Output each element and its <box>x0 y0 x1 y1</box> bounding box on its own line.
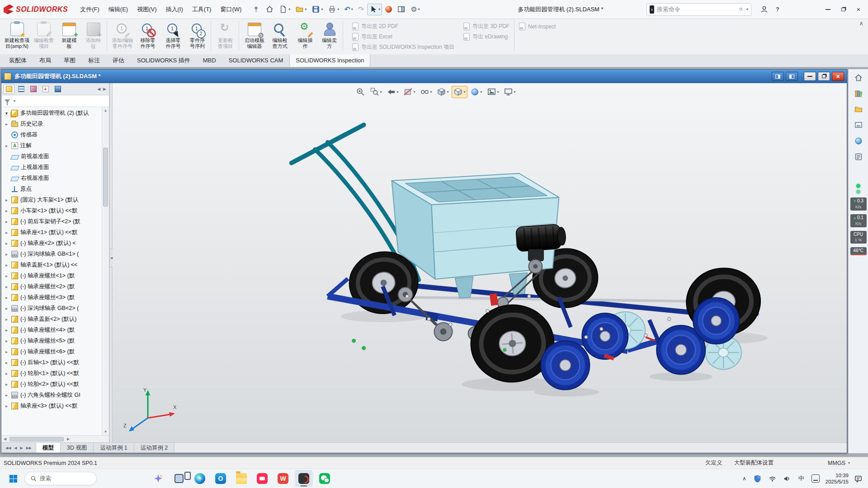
scroll-right-icon[interactable]: ▶ <box>65 437 72 441</box>
expand-arrow-icon[interactable] <box>4 338 9 343</box>
open-icon[interactable]: ▾ <box>293 4 308 15</box>
expand-arrow-icon[interactable] <box>4 295 9 300</box>
featuremanager-tab[interactable] <box>3 84 14 94</box>
tree-horizontal-scrollbar[interactable]: ◀ ▶ <box>1 435 109 442</box>
ribbon-tab[interactable]: MBD <box>197 54 222 67</box>
ribbon-tab[interactable]: 草图 <box>57 54 82 67</box>
document-title-bar[interactable]: 多功能田园管理机 (2).SLDASM * × <box>1 70 847 83</box>
undo-icon[interactable]: ↶▾ <box>342 4 354 15</box>
expand-arrow-icon[interactable] <box>4 393 9 398</box>
ribbon-button[interactable]: 编辑检 查方式 <box>267 21 292 51</box>
tab-scroll-next-icon[interactable]: ▶ <box>19 445 24 451</box>
taskbar-search[interactable] <box>24 472 97 485</box>
help-icon[interactable]: ? <box>772 6 783 13</box>
ribbon-tab[interactable]: SOLIDWORKS CAM <box>222 54 290 67</box>
menu-item[interactable]: 插入(I) <box>162 3 187 16</box>
tree-item[interactable]: 上视基准面 <box>1 162 102 173</box>
tree-item[interactable]: 轴承座<3> (默认) <<默 <box>1 400 102 411</box>
tree-item[interactable]: (-) 后轴<1> (默认) <<默 <box>1 357 102 368</box>
ribbon-button[interactable]: 添加特 征 <box>82 21 107 51</box>
home-icon[interactable] <box>264 4 276 15</box>
viewport-3d[interactable]: ▾ ▾ ▾ ▾ ▾ ▾ ▾ ▾ ▾ <box>113 83 847 442</box>
status-assembly-mode[interactable]: 大型装配体设置 <box>734 459 774 467</box>
ribbon-export-item[interactable]: 导出至 2D PDF <box>352 22 454 31</box>
doc-minimize-button[interactable] <box>804 72 816 81</box>
expand-arrow-icon[interactable] <box>4 382 9 387</box>
tab-nav-right-icon[interactable]: ▶ <box>102 86 107 92</box>
ribbon-export-item[interactable]: 导出 eDrawing <box>463 33 509 41</box>
tree-item[interactable]: (-) 前后车架销子<2> (默 <box>1 216 102 227</box>
tree-item[interactable]: (-) 轴承座螺丝<5> (默 <box>1 335 102 346</box>
tree-item[interactable]: (-) 轴承座螺丝<6> (默 <box>1 346 102 357</box>
select-icon[interactable]: ▾ <box>367 4 382 15</box>
ribbon-button[interactable]: 编辑卖 方 <box>318 21 343 51</box>
ribbon-tab[interactable]: 布局 <box>33 54 57 67</box>
start-button[interactable] <box>5 470 22 487</box>
tree-item[interactable]: 前视基准面 <box>1 151 102 162</box>
taskbar-clock[interactable]: 10:39 2025/5/15 <box>826 472 849 485</box>
tree-item[interactable]: (-) 六角头螺栓全螺纹 GI <box>1 389 102 400</box>
view-settings-icon[interactable]: ▾ <box>502 86 518 98</box>
notifications-icon[interactable] <box>853 474 863 484</box>
volume-icon[interactable] <box>782 474 793 484</box>
design-library-icon[interactable] <box>852 88 865 99</box>
expand-arrow-icon[interactable] <box>4 317 9 322</box>
expand-arrow-icon[interactable] <box>4 252 9 257</box>
ribbon-export-item[interactable]: 导出至 Excel <box>352 33 454 41</box>
task-view-icon[interactable] <box>170 470 188 487</box>
pane-right-button[interactable] <box>786 72 798 81</box>
scroll-up-icon[interactable]: ▲ <box>102 107 109 114</box>
command-search[interactable]: › ▾ <box>646 3 751 16</box>
configurationmanager-tab[interactable] <box>28 84 39 94</box>
expand-arrow-icon[interactable] <box>4 122 9 127</box>
zoom-fit-icon[interactable] <box>354 86 367 98</box>
tree-item[interactable]: (-) 轮胎<1> (默认) <<默 <box>1 368 102 379</box>
pin-icon[interactable] <box>250 4 262 15</box>
pane-left-button[interactable] <box>772 72 784 81</box>
ribbon-button[interactable]: 更新检 查项目 <box>214 21 239 51</box>
document-tab[interactable]: 3D 视图 <box>61 443 94 453</box>
propertymanager-tab[interactable] <box>15 84 27 94</box>
solidworks-taskbar-icon[interactable] <box>295 470 313 487</box>
file-explorer-icon[interactable] <box>232 470 250 487</box>
tray-overflow-icon[interactable]: ∧ <box>741 474 748 483</box>
view-orientation-icon[interactable]: ▾ <box>452 86 467 98</box>
dimxpertmanager-tab[interactable]: + <box>40 84 51 94</box>
ribbon-tab[interactable]: SOLIDWORKS 插件 <box>131 54 197 67</box>
expand-arrow-icon[interactable] <box>4 197 9 202</box>
copilot-icon[interactable] <box>149 470 167 487</box>
minimize-button[interactable] <box>821 4 835 15</box>
search-caret-icon[interactable]: ▾ <box>746 7 748 11</box>
tree-item[interactable]: (-) 轴承座螺丝<3> (默 <box>1 292 102 303</box>
redo-icon[interactable]: ↷ <box>356 4 366 15</box>
save-icon[interactable]: ▾ <box>310 4 325 15</box>
view-palette-icon[interactable] <box>852 119 865 131</box>
menu-item[interactable]: 工具(T) <box>188 3 216 16</box>
apply-scene-icon[interactable]: ▾ <box>485 86 501 98</box>
ribbon-tab[interactable]: 标注 <box>82 54 106 67</box>
ribbon-button[interactable]: 移除零 件序号 <box>135 21 160 51</box>
document-tab[interactable]: 运动算例 1 <box>94 443 134 453</box>
ribbon-tab[interactable]: 装配体 <box>3 54 33 67</box>
doc-close-button[interactable]: × <box>832 72 844 81</box>
tree-item[interactable]: 右视基准面 <box>1 173 102 183</box>
new-document-icon[interactable]: ▾ <box>277 4 292 15</box>
tree-item[interactable]: 传感器 <box>1 129 102 140</box>
section-view-icon[interactable]: ▾ <box>401 86 417 98</box>
zoom-area-icon[interactable]: ▾ <box>368 86 383 98</box>
wechat-icon[interactable] <box>316 470 334 487</box>
menu-item[interactable]: 视图(V) <box>133 3 160 16</box>
ribbon-button[interactable]: 编辑检查 项目 <box>31 21 57 51</box>
tree-item[interactable]: 历史记录 <box>1 118 102 129</box>
close-button[interactable]: × <box>852 4 865 15</box>
tree-item[interactable]: (-) 深沟球轴承 GB<2> ( <box>1 303 102 314</box>
tree-item[interactable]: (-) 深沟球轴承 GB<1> ( <box>1 249 102 259</box>
restore-button[interactable] <box>836 4 850 15</box>
displaymanager-tab[interactable] <box>52 84 63 94</box>
ribbon-export-item[interactable]: 导出至 3D PDF <box>463 22 509 31</box>
ribbon-button[interactable]: 新建检查项 目(amp:N) <box>3 21 31 51</box>
tree-item[interactable]: 注解 <box>1 140 102 151</box>
status-units[interactable]: MMGS▾ <box>828 460 850 466</box>
ribbon-export-item[interactable]: 导出至 SOLIDWORKS Inspection 项目 <box>352 43 454 52</box>
print-icon[interactable]: ▾ <box>326 4 341 15</box>
